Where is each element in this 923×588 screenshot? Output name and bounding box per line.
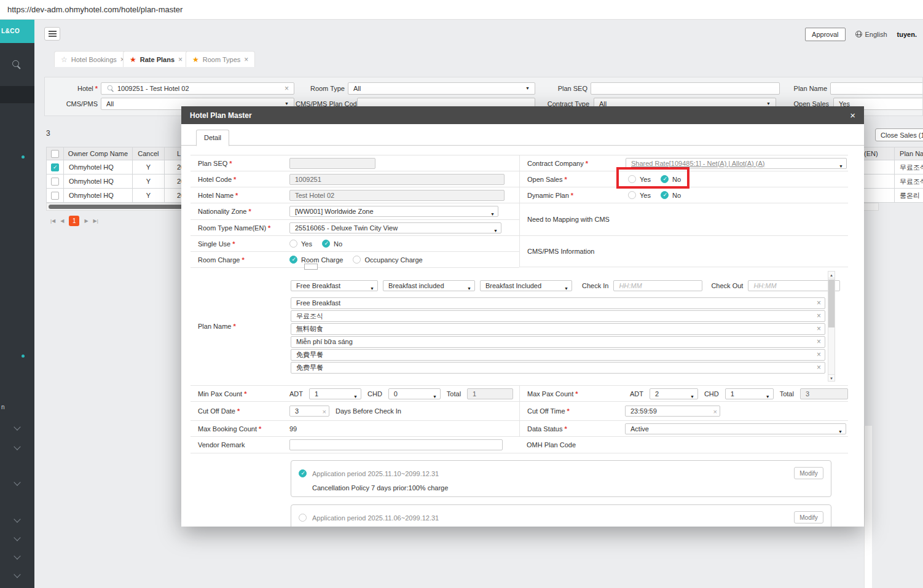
plan-name-scrollbar[interactable]: ▲ ▼ <box>828 271 835 382</box>
tab-label[interactable]: Room Types <box>203 56 241 63</box>
close-sales-button[interactable]: Close Sales (1) <box>875 128 923 141</box>
open-sales-yes-radio[interactable] <box>628 175 636 183</box>
approval-button[interactable]: Approval <box>805 28 845 41</box>
min-adt-select[interactable]: 1▼ <box>309 388 361 399</box>
vendor-remark-input[interactable] <box>289 439 503 450</box>
plan-name-item[interactable]: 免費早餐× <box>291 349 825 361</box>
single-use-no-radio[interactable] <box>322 240 330 248</box>
hotel-name-input[interactable]: Test Hotel 02 <box>289 190 505 201</box>
clear-icon[interactable]: × <box>323 407 326 417</box>
plan-seq-input[interactable] <box>289 158 375 169</box>
language-switcher[interactable]: English <box>855 31 887 38</box>
page-scrollbar[interactable] <box>864 426 872 588</box>
plan-name-text: 無料朝食 <box>296 325 323 332</box>
remove-icon[interactable]: × <box>817 337 821 347</box>
tab-rate-plans[interactable]: ★ Rate Plans × <box>123 51 189 67</box>
plan-name-item[interactable]: Miễn phí bữa sáng× <box>291 336 825 348</box>
remove-icon[interactable]: × <box>817 298 821 308</box>
plan-seq-filter-input[interactable] <box>591 82 780 95</box>
next-page-icon[interactable]: ▶ <box>84 218 88 224</box>
menu-toggle-button[interactable] <box>44 27 60 41</box>
check-out-input[interactable]: HH:MM <box>748 280 840 291</box>
period-radio[interactable] <box>299 469 307 477</box>
scroll-track[interactable] <box>828 278 835 374</box>
remove-icon[interactable]: × <box>817 311 821 321</box>
plan-name-filter-input[interactable] <box>830 82 923 95</box>
dynamic-plan-yes-radio[interactable] <box>628 191 636 199</box>
chevron-down-icon[interactable] <box>14 571 20 578</box>
modify-button[interactable]: Modify <box>794 467 823 479</box>
data-status-value: Active <box>630 424 649 434</box>
period-card[interactable]: Application period 2025.11.10~2099.12.31… <box>291 460 831 497</box>
data-status-select[interactable]: Active ▼ <box>625 423 846 434</box>
chevron-down-icon[interactable] <box>14 534 20 541</box>
room-charge-radio[interactable] <box>289 256 297 264</box>
remove-icon[interactable]: × <box>817 324 821 334</box>
plan-name-preset-select-3[interactable]: Breakfast Included ▼ <box>480 280 572 291</box>
app-logo[interactable]: L&CO <box>0 20 34 43</box>
row-checkbox[interactable] <box>51 192 59 200</box>
tab-label[interactable]: Rate Plans <box>140 56 175 63</box>
first-page-icon[interactable]: |◀ <box>50 218 55 224</box>
last-page-icon[interactable]: ▶| <box>93 218 98 224</box>
max-adt-select[interactable]: 2▼ <box>650 388 698 399</box>
open-sales-no-radio[interactable] <box>661 175 669 183</box>
chevron-down-icon[interactable] <box>14 423 20 430</box>
plan-name-item[interactable]: 무료조식× <box>291 310 825 322</box>
period-radio[interactable] <box>299 514 307 522</box>
user-label[interactable]: tuyen. <box>897 31 917 38</box>
scroll-thumb[interactable] <box>828 280 835 327</box>
remove-icon[interactable]: × <box>817 363 821 373</box>
url-text[interactable]: https://dev-adm.ohmyhotel.com/hotel/plan… <box>7 5 183 14</box>
plan-name-preset-select-2[interactable]: Breakfast included ▼ <box>383 280 475 291</box>
prev-page-icon[interactable]: ◀ <box>60 218 64 224</box>
clear-icon[interactable]: × <box>713 407 717 417</box>
hotel-filter-input[interactable]: 1009251 - Test Hotel 02 × <box>101 82 294 95</box>
remove-icon[interactable]: × <box>817 350 821 360</box>
chevron-down-icon[interactable] <box>14 479 20 485</box>
plan-name-item[interactable]: 免费早餐× <box>291 362 825 374</box>
contract-company-select[interactable]: Shared Rate[109485:1] - Net(A) | Allot(A… <box>626 158 847 169</box>
dynamic-plan-no-radio[interactable] <box>661 191 669 199</box>
check-in-input[interactable]: HH:MM <box>613 280 702 291</box>
nationality-zone-select[interactable]: [WW001] Worldwide Zone ▼ <box>289 206 498 217</box>
sidebar-active-item[interactable] <box>0 86 34 103</box>
close-icon[interactable]: × <box>244 55 248 64</box>
hotel-code-input[interactable]: 1009251 <box>289 174 505 185</box>
select-all-checkbox[interactable] <box>51 150 59 158</box>
language-label[interactable]: English <box>865 31 887 38</box>
min-chd-select[interactable]: 0▼ <box>388 388 441 399</box>
scroll-up-icon[interactable]: ▲ <box>828 271 835 278</box>
chevron-down-icon[interactable] <box>14 443 20 450</box>
sidebar-search-icon[interactable] <box>12 60 21 71</box>
period-card[interactable]: Application period 2025.11.06~2099.12.31… <box>291 504 831 527</box>
plan-name-item[interactable]: Free Breakfast× <box>291 297 825 309</box>
plan-name-mini-tab[interactable] <box>304 264 318 270</box>
page-number[interactable]: 1 <box>69 216 79 226</box>
close-icon[interactable]: × <box>850 110 855 120</box>
scroll-down-icon[interactable]: ▼ <box>828 374 835 382</box>
browser-url-bar[interactable]: https://dev-adm.ohmyhotel.com/hotel/plan… <box>0 0 923 20</box>
chevron-down-icon[interactable] <box>14 552 20 559</box>
room-type-name-select[interactable]: 25516065 - Deluxe Twin City View ▼ <box>289 222 501 233</box>
max-chd-select[interactable]: 1▼ <box>725 388 774 399</box>
cut-off-time-input[interactable]: 23:59:59 × <box>625 406 720 417</box>
tab-detail[interactable]: Detail <box>196 130 229 146</box>
close-icon[interactable]: × <box>178 55 183 64</box>
plan-name-item[interactable]: 無料朝食× <box>291 323 825 335</box>
plan-name-preset-select-1[interactable]: Free Breakfast ▼ <box>291 280 378 291</box>
row-checkbox[interactable] <box>51 163 59 171</box>
tab-hotel-bookings[interactable]: ☆ Hotel Bookings × <box>54 51 132 67</box>
room-charge-option-label: Room Charge <box>301 256 343 264</box>
clear-icon[interactable]: × <box>285 83 289 94</box>
modify-button[interactable]: Modify <box>794 511 823 523</box>
cancel-cell: Y <box>133 160 165 174</box>
tab-label[interactable]: Hotel Bookings <box>71 56 117 63</box>
occupancy-charge-radio[interactable] <box>353 256 361 264</box>
tab-room-types[interactable]: ★ Room Types × <box>186 51 255 67</box>
chevron-down-icon[interactable] <box>14 515 20 522</box>
row-checkbox[interactable] <box>51 178 59 186</box>
single-use-yes-radio[interactable] <box>289 240 297 248</box>
room-type-filter-select[interactable]: All ▼ <box>348 82 535 95</box>
cut-off-date-input[interactable]: 3 × <box>289 406 329 417</box>
